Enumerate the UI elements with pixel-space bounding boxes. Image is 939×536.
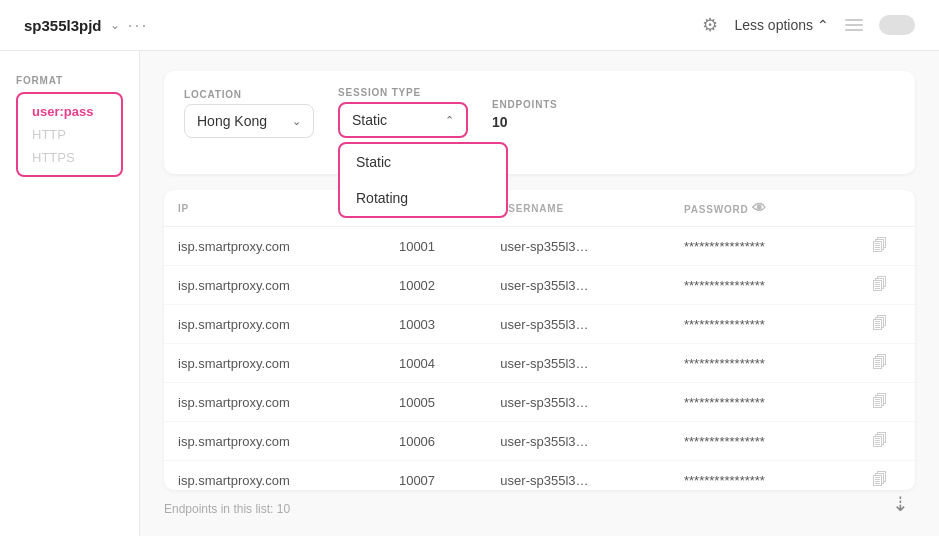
- table-row: isp.smartproxy.com 10004 user-sp355l3… *…: [164, 344, 915, 383]
- endpoints-value: 10: [492, 114, 558, 138]
- copy-icon[interactable]: 🗐: [872, 393, 888, 410]
- dropdown-item-rotating[interactable]: Rotating: [340, 180, 506, 216]
- dropdown-item-static[interactable]: Static: [340, 144, 506, 180]
- endpoints-label: ENDPOINTS: [492, 99, 558, 110]
- location-chevron-icon: ⌄: [292, 115, 301, 128]
- cell-port: 10001: [385, 227, 486, 266]
- location-select[interactable]: Hong Kong ⌄: [184, 104, 314, 138]
- cell-port: 10003: [385, 305, 486, 344]
- gear-icon[interactable]: ⚙: [702, 14, 718, 36]
- cell-port: 10007: [385, 461, 486, 491]
- filter-bar-container: LOCATION Hong Kong ⌄ SESSION TYPE Static…: [164, 71, 915, 174]
- format-box: user:pass HTTP HTTPS: [16, 92, 123, 177]
- session-type-dropdown: Static Rotating: [338, 142, 508, 218]
- cell-copy[interactable]: 🗐: [845, 422, 915, 461]
- cell-username: user-sp355l3…: [486, 344, 670, 383]
- title-chevron-icon[interactable]: ⌄: [110, 18, 120, 32]
- cell-password: ****************: [670, 383, 845, 422]
- chevron-up-icon: ⌃: [817, 17, 829, 33]
- cell-ip: isp.smartproxy.com: [164, 266, 385, 305]
- format-https[interactable]: HTTPS: [32, 150, 107, 165]
- cell-copy[interactable]: 🗐: [845, 383, 915, 422]
- session-type-value: Static: [352, 112, 437, 128]
- copy-icon[interactable]: 🗐: [872, 315, 888, 332]
- cell-username: user-sp355l3…: [486, 266, 670, 305]
- copy-icon[interactable]: 🗐: [872, 276, 888, 293]
- column-toggle[interactable]: [845, 19, 863, 31]
- table-header-row: IP PORT USERNAME PASSWORD 👁: [164, 190, 915, 227]
- sidebar: FORMAT user:pass HTTP HTTPS: [0, 51, 140, 536]
- col-username: USERNAME: [486, 190, 670, 227]
- session-type-chevron-icon: ⌃: [445, 114, 454, 127]
- col-copy: [845, 190, 915, 227]
- cell-username: user-sp355l3…: [486, 383, 670, 422]
- cell-ip: isp.smartproxy.com: [164, 227, 385, 266]
- copy-icon[interactable]: 🗐: [872, 432, 888, 449]
- cell-username: user-sp355l3…: [486, 422, 670, 461]
- table-row: isp.smartproxy.com 10002 user-sp355l3… *…: [164, 266, 915, 305]
- table-row: isp.smartproxy.com 10003 user-sp355l3… *…: [164, 305, 915, 344]
- cell-copy[interactable]: 🗐: [845, 227, 915, 266]
- col-password: PASSWORD 👁: [670, 190, 845, 227]
- download-icon[interactable]: ⇣: [892, 492, 909, 516]
- cell-ip: isp.smartproxy.com: [164, 344, 385, 383]
- header: sp355l3pjd ⌄ ··· ⚙ Less options ⌃: [0, 0, 939, 51]
- cell-password: ****************: [670, 227, 845, 266]
- table-row: isp.smartproxy.com 10005 user-sp355l3… *…: [164, 383, 915, 422]
- content-area: LOCATION Hong Kong ⌄ SESSION TYPE Static…: [140, 51, 939, 536]
- less-options-label: Less options: [734, 17, 813, 33]
- cell-username: user-sp355l3…: [486, 305, 670, 344]
- cell-copy[interactable]: 🗐: [845, 266, 915, 305]
- cell-password: ****************: [670, 461, 845, 491]
- cell-username: user-sp355l3…: [486, 461, 670, 491]
- copy-icon[interactable]: 🗐: [872, 354, 888, 371]
- cell-password: ****************: [670, 266, 845, 305]
- cell-ip: isp.smartproxy.com: [164, 305, 385, 344]
- cell-port: 10005: [385, 383, 486, 422]
- password-eye-icon[interactable]: 👁: [752, 200, 767, 216]
- proxy-table-container: IP PORT USERNAME PASSWORD 👁 isp.smartpro…: [164, 190, 915, 490]
- more-options-icon[interactable]: ···: [128, 15, 149, 36]
- location-filter: LOCATION Hong Kong ⌄: [184, 89, 314, 138]
- format-http[interactable]: HTTP: [32, 127, 107, 142]
- footer-note: Endpoints in this list: 10: [164, 490, 915, 516]
- cell-ip: isp.smartproxy.com: [164, 461, 385, 491]
- cell-copy[interactable]: 🗐: [845, 461, 915, 491]
- cell-password: ****************: [670, 344, 845, 383]
- cell-ip: isp.smartproxy.com: [164, 422, 385, 461]
- header-right: ⚙ Less options ⌃: [702, 14, 915, 36]
- table-row: isp.smartproxy.com 10006 user-sp355l3… *…: [164, 422, 915, 461]
- cell-ip: isp.smartproxy.com: [164, 383, 385, 422]
- session-type-select[interactable]: Static ⌃: [338, 102, 468, 138]
- format-userpass[interactable]: user:pass: [32, 104, 107, 119]
- cell-copy[interactable]: 🗐: [845, 305, 915, 344]
- format-label: FORMAT: [16, 75, 123, 86]
- location-label: LOCATION: [184, 89, 314, 100]
- footer-text: Endpoints in this list:: [164, 502, 273, 516]
- cell-copy[interactable]: 🗐: [845, 344, 915, 383]
- less-options-button[interactable]: Less options ⌃: [734, 17, 829, 33]
- cell-password: ****************: [670, 305, 845, 344]
- main-area: FORMAT user:pass HTTP HTTPS LOCATION Hon…: [0, 51, 939, 536]
- copy-icon[interactable]: 🗐: [872, 471, 888, 488]
- cell-port: 10004: [385, 344, 486, 383]
- cell-port: 10002: [385, 266, 486, 305]
- session-type-filter: SESSION TYPE Static ⌃ Static Rotating: [338, 87, 468, 138]
- cell-port: 10006: [385, 422, 486, 461]
- toggle-switch[interactable]: [879, 15, 915, 35]
- location-value: Hong Kong: [197, 113, 284, 129]
- cell-password: ****************: [670, 422, 845, 461]
- table-row: isp.smartproxy.com 10001 user-sp355l3… *…: [164, 227, 915, 266]
- cell-username: user-sp355l3…: [486, 227, 670, 266]
- copy-icon[interactable]: 🗐: [872, 237, 888, 254]
- filter-bar: LOCATION Hong Kong ⌄ SESSION TYPE Static…: [184, 87, 895, 138]
- page-title: sp355l3pjd: [24, 17, 102, 34]
- table-row: isp.smartproxy.com 10007 user-sp355l3… *…: [164, 461, 915, 491]
- format-section: FORMAT user:pass HTTP HTTPS: [16, 75, 123, 177]
- endpoints-filter: ENDPOINTS 10: [492, 99, 558, 138]
- header-left: sp355l3pjd ⌄ ···: [24, 15, 149, 36]
- proxy-table: IP PORT USERNAME PASSWORD 👁 isp.smartpro…: [164, 190, 915, 490]
- session-type-label: SESSION TYPE: [338, 87, 468, 98]
- footer-count: 10: [277, 502, 290, 516]
